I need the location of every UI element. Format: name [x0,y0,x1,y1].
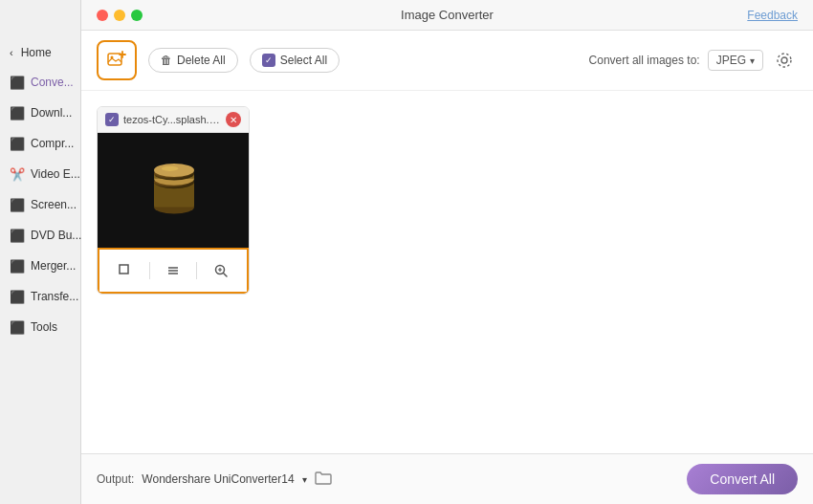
sidebar-item-download[interactable]: ⬛ Downl... [0,98,80,128]
sidebar-item-label: Compr... [31,137,74,150]
delete-all-button[interactable]: 🗑 Delete All [148,48,238,73]
sidebar-item-screen[interactable]: ⬛ Screen... [0,189,80,220]
sidebar-item-label: DVD Bu... [31,229,81,242]
sidebar-item-merger[interactable]: ⬛ Merger... [0,251,80,281]
convert-format-group: Convert all images to: JPEG ▾ [589,47,798,74]
back-arrow-icon: ‹ [10,47,13,58]
tools-icon: ⬛ [10,319,25,335]
info-tool-button[interactable] [160,257,187,284]
image-card: ✓ tezos-tCy...splash.jpg ✕ [97,106,250,295]
sidebar-item-label: Screen... [31,198,77,211]
output-label: Output: [97,472,134,486]
image-card-checkbox[interactable]: ✓ [105,113,119,126]
select-all-checkbox: ✓ [262,54,275,67]
delete-all-label: Delete All [177,54,226,67]
add-image-button[interactable] [97,40,137,80]
trash-icon: 🗑 [161,54,172,67]
screen-icon: ⬛ [10,197,25,212]
sidebar-item-label: Transfe... [31,290,78,303]
output-path-dropdown[interactable]: Wondershare UniConverter14 ▾ [142,472,306,486]
chevron-down-icon: ▾ [302,474,307,485]
tool-divider-2 [196,262,197,279]
sidebar-item-convert[interactable]: ⬛ Conve... [0,67,80,98]
tool-divider-1 [149,262,150,279]
add-image-icon [106,50,127,71]
close-button[interactable] [97,10,108,21]
image-card-header: ✓ tezos-tCy...splash.jpg ✕ [98,107,249,133]
image-card-filename: tezos-tCy...splash.jpg [123,114,221,125]
svg-point-5 [778,54,791,67]
traffic-lights [97,10,143,21]
settings-icon [776,52,793,69]
sidebar-item-label: Merger... [31,259,76,273]
images-area: ✓ tezos-tCy...splash.jpg ✕ [81,91,813,453]
convert-all-button[interactable]: Convert All [687,464,798,494]
bottom-bar: Output: Wondershare UniConverter14 ▾ Con… [81,453,813,504]
sidebar-item-label: Conve... [31,76,74,89]
output-path-value: Wondershare UniConverter14 [142,472,294,486]
compress-icon: ⬛ [10,136,25,151]
sidebar-item-dvd[interactable]: ⬛ DVD Bu... [0,220,80,251]
maximize-button[interactable] [131,10,143,21]
select-all-label: Select All [280,54,327,67]
zoom-icon [213,263,229,278]
transfer-icon: ⬛ [10,289,25,304]
sidebar-item-label: Downl... [31,106,72,120]
dialog: 🗑 Delete All ✓ Select All Convert all im… [81,31,813,504]
svg-rect-14 [120,265,128,274]
sidebar-item-label: Tools [31,320,57,334]
crop-tool-button[interactable] [112,257,139,284]
format-value: JPEG [716,54,746,67]
image-card-tools [98,248,249,294]
chevron-down-icon: ▾ [750,55,755,66]
zoom-tool-button[interactable] [208,257,234,284]
sidebar-item-home[interactable]: ‹ Home [0,38,80,67]
sidebar-item-tools[interactable]: ⬛ Tools [0,312,80,342]
download-icon: ⬛ [10,105,25,121]
window-title: Image Converter [401,8,494,22]
sidebar-item-video-edit[interactable]: ✂️ Video E... [0,159,80,189]
window-chrome: Image Converter Feedback [81,0,813,31]
video-edit-icon: ✂️ [10,166,25,182]
svg-line-19 [223,274,227,277]
coin-image [141,157,208,224]
crop-icon [118,263,133,278]
svg-point-13 [162,166,179,171]
convert-icon: ⬛ [10,75,25,90]
sidebar-item-label: Home [21,46,52,59]
image-card-remove-button[interactable]: ✕ [226,112,241,127]
sidebar-item-transfer[interactable]: ⬛ Transfe... [0,281,80,312]
merger-icon: ⬛ [10,258,25,274]
sidebar-item-label: Video E... [31,167,80,181]
image-preview [98,133,250,248]
main-content: Image Converter Feedback 🗑 Delete All [81,0,813,504]
sidebar: ‹ Home ⬛ Conve... ⬛ Downl... ⬛ Compr... … [0,0,81,504]
minimize-button[interactable] [114,10,125,21]
convert-format-label: Convert all images to: [589,54,700,67]
folder-icon [315,471,332,486]
format-settings-button[interactable] [771,47,798,74]
info-icon [165,263,181,278]
browse-output-folder-button[interactable] [315,471,332,489]
svg-point-4 [781,57,787,63]
sidebar-item-compress[interactable]: ⬛ Compr... [0,128,80,159]
format-dropdown[interactable]: JPEG ▾ [708,50,763,71]
toolbar: 🗑 Delete All ✓ Select All Convert all im… [81,31,813,91]
select-all-button[interactable]: ✓ Select All [250,48,340,73]
dvd-icon: ⬛ [10,228,25,243]
feedback-link[interactable]: Feedback [747,9,798,22]
